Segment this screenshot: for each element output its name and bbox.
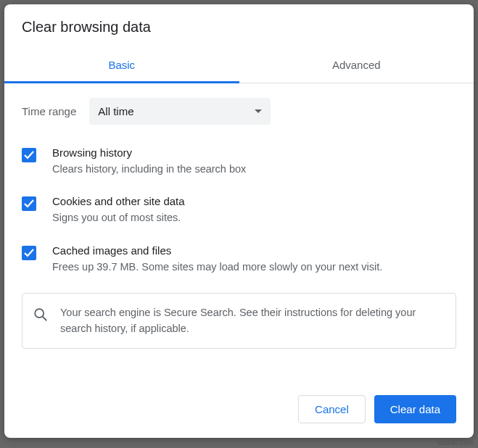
option-browsing-history: Browsing history Clears history, includi… (22, 146, 456, 176)
clear-data-button[interactable]: Clear data (374, 395, 456, 423)
tab-advanced[interactable]: Advanced (239, 49, 474, 83)
option-desc: Frees up 39.7 MB. Some sites may load mo… (52, 260, 456, 274)
option-text: Cookies and other site data Signs you ou… (52, 195, 456, 225)
notice-text: Your search engine is Secure Search. See… (60, 305, 445, 337)
search-engine-notice: Your search engine is Secure Search. See… (22, 293, 456, 349)
option-cache: Cached images and files Frees up 39.7 MB… (22, 244, 456, 274)
chevron-down-icon (255, 109, 262, 113)
option-text: Cached images and files Frees up 39.7 MB… (52, 244, 456, 274)
option-desc: Clears history, including in the search … (52, 162, 456, 176)
checkbox-cookies[interactable] (22, 196, 36, 211)
tab-basic[interactable]: Basic (4, 49, 239, 83)
option-cookies: Cookies and other site data Signs you ou… (22, 195, 456, 225)
watermark: wsxdn.com (437, 439, 474, 447)
tab-bar: Basic Advanced (4, 49, 474, 83)
cancel-button[interactable]: Cancel (298, 395, 366, 423)
option-desc: Signs you out of most sites. (52, 210, 456, 225)
search-icon (33, 307, 49, 325)
option-title: Browsing history (52, 146, 456, 159)
svg-point-0 (35, 309, 44, 318)
dialog-footer: Cancel Clear data (4, 383, 474, 438)
option-title: Cached images and files (52, 244, 456, 257)
checkbox-cache[interactable] (22, 246, 36, 260)
check-icon (23, 247, 35, 259)
dialog-content: Time range All time Browsing history Cle… (4, 83, 474, 383)
time-range-select[interactable]: All time (89, 98, 271, 125)
svg-line-1 (43, 317, 47, 321)
option-text: Browsing history Clears history, includi… (52, 146, 456, 176)
check-icon (23, 149, 35, 161)
option-title: Cookies and other site data (52, 195, 456, 207)
check-icon (23, 198, 35, 210)
clear-browsing-data-dialog: Clear browsing data Basic Advanced Time … (4, 4, 474, 438)
time-range-row: Time range All time (22, 98, 456, 125)
checkbox-browsing-history[interactable] (22, 148, 36, 162)
dialog-title: Clear browsing data (4, 4, 474, 49)
time-range-value: All time (98, 105, 133, 117)
time-range-label: Time range (22, 105, 76, 117)
